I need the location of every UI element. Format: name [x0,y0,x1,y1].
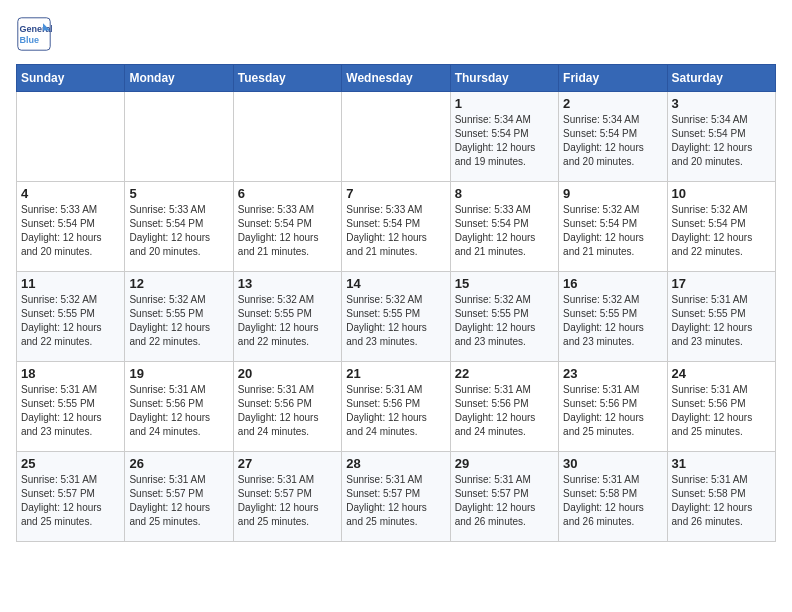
calendar-cell: 19Sunrise: 5:31 AM Sunset: 5:56 PM Dayli… [125,362,233,452]
day-number: 17 [672,276,771,291]
calendar-week-5: 25Sunrise: 5:31 AM Sunset: 5:57 PM Dayli… [17,452,776,542]
day-info: Sunrise: 5:31 AM Sunset: 5:56 PM Dayligh… [563,383,662,439]
calendar-cell: 13Sunrise: 5:32 AM Sunset: 5:55 PM Dayli… [233,272,341,362]
day-number: 20 [238,366,337,381]
day-number: 31 [672,456,771,471]
day-info: Sunrise: 5:32 AM Sunset: 5:55 PM Dayligh… [21,293,120,349]
calendar-cell: 23Sunrise: 5:31 AM Sunset: 5:56 PM Dayli… [559,362,667,452]
day-number: 4 [21,186,120,201]
day-info: Sunrise: 5:33 AM Sunset: 5:54 PM Dayligh… [455,203,554,259]
svg-text:Blue: Blue [20,35,40,45]
day-info: Sunrise: 5:33 AM Sunset: 5:54 PM Dayligh… [129,203,228,259]
day-number: 11 [21,276,120,291]
calendar-cell: 14Sunrise: 5:32 AM Sunset: 5:55 PM Dayli… [342,272,450,362]
calendar-cell: 12Sunrise: 5:32 AM Sunset: 5:55 PM Dayli… [125,272,233,362]
calendar-cell: 1Sunrise: 5:34 AM Sunset: 5:54 PM Daylig… [450,92,558,182]
day-number: 8 [455,186,554,201]
weekday-header-wednesday: Wednesday [342,65,450,92]
day-number: 7 [346,186,445,201]
calendar-cell [17,92,125,182]
day-number: 16 [563,276,662,291]
day-info: Sunrise: 5:31 AM Sunset: 5:57 PM Dayligh… [455,473,554,529]
weekday-header-row: SundayMondayTuesdayWednesdayThursdayFrid… [17,65,776,92]
day-info: Sunrise: 5:32 AM Sunset: 5:55 PM Dayligh… [238,293,337,349]
day-info: Sunrise: 5:31 AM Sunset: 5:56 PM Dayligh… [672,383,771,439]
day-number: 28 [346,456,445,471]
calendar-cell: 31Sunrise: 5:31 AM Sunset: 5:58 PM Dayli… [667,452,775,542]
day-number: 5 [129,186,228,201]
day-number: 23 [563,366,662,381]
calendar-week-4: 18Sunrise: 5:31 AM Sunset: 5:55 PM Dayli… [17,362,776,452]
header: General Blue [16,16,776,52]
calendar-cell [233,92,341,182]
day-info: Sunrise: 5:32 AM Sunset: 5:54 PM Dayligh… [672,203,771,259]
calendar-cell: 26Sunrise: 5:31 AM Sunset: 5:57 PM Dayli… [125,452,233,542]
day-number: 6 [238,186,337,201]
day-info: Sunrise: 5:33 AM Sunset: 5:54 PM Dayligh… [238,203,337,259]
calendar-cell: 3Sunrise: 5:34 AM Sunset: 5:54 PM Daylig… [667,92,775,182]
day-info: Sunrise: 5:34 AM Sunset: 5:54 PM Dayligh… [455,113,554,169]
day-number: 22 [455,366,554,381]
day-number: 10 [672,186,771,201]
day-info: Sunrise: 5:32 AM Sunset: 5:54 PM Dayligh… [563,203,662,259]
day-info: Sunrise: 5:33 AM Sunset: 5:54 PM Dayligh… [21,203,120,259]
day-info: Sunrise: 5:32 AM Sunset: 5:55 PM Dayligh… [129,293,228,349]
calendar-cell: 27Sunrise: 5:31 AM Sunset: 5:57 PM Dayli… [233,452,341,542]
day-info: Sunrise: 5:33 AM Sunset: 5:54 PM Dayligh… [346,203,445,259]
day-info: Sunrise: 5:31 AM Sunset: 5:57 PM Dayligh… [129,473,228,529]
weekday-header-monday: Monday [125,65,233,92]
day-info: Sunrise: 5:31 AM Sunset: 5:55 PM Dayligh… [21,383,120,439]
calendar-cell: 25Sunrise: 5:31 AM Sunset: 5:57 PM Dayli… [17,452,125,542]
day-info: Sunrise: 5:34 AM Sunset: 5:54 PM Dayligh… [672,113,771,169]
day-info: Sunrise: 5:31 AM Sunset: 5:56 PM Dayligh… [346,383,445,439]
day-number: 19 [129,366,228,381]
calendar-cell: 5Sunrise: 5:33 AM Sunset: 5:54 PM Daylig… [125,182,233,272]
weekday-header-thursday: Thursday [450,65,558,92]
day-number: 25 [21,456,120,471]
day-info: Sunrise: 5:32 AM Sunset: 5:55 PM Dayligh… [563,293,662,349]
calendar-cell: 11Sunrise: 5:32 AM Sunset: 5:55 PM Dayli… [17,272,125,362]
day-number: 26 [129,456,228,471]
calendar-cell: 30Sunrise: 5:31 AM Sunset: 5:58 PM Dayli… [559,452,667,542]
calendar-cell: 15Sunrise: 5:32 AM Sunset: 5:55 PM Dayli… [450,272,558,362]
day-info: Sunrise: 5:31 AM Sunset: 5:57 PM Dayligh… [346,473,445,529]
calendar-cell: 4Sunrise: 5:33 AM Sunset: 5:54 PM Daylig… [17,182,125,272]
day-info: Sunrise: 5:31 AM Sunset: 5:57 PM Dayligh… [21,473,120,529]
calendar-cell: 7Sunrise: 5:33 AM Sunset: 5:54 PM Daylig… [342,182,450,272]
day-number: 3 [672,96,771,111]
calendar-cell: 18Sunrise: 5:31 AM Sunset: 5:55 PM Dayli… [17,362,125,452]
weekday-header-saturday: Saturday [667,65,775,92]
calendar-cell: 2Sunrise: 5:34 AM Sunset: 5:54 PM Daylig… [559,92,667,182]
calendar-cell: 6Sunrise: 5:33 AM Sunset: 5:54 PM Daylig… [233,182,341,272]
day-number: 29 [455,456,554,471]
day-info: Sunrise: 5:32 AM Sunset: 5:55 PM Dayligh… [346,293,445,349]
weekday-header-tuesday: Tuesday [233,65,341,92]
calendar-body: 1Sunrise: 5:34 AM Sunset: 5:54 PM Daylig… [17,92,776,542]
calendar-cell: 28Sunrise: 5:31 AM Sunset: 5:57 PM Dayli… [342,452,450,542]
calendar-cell: 9Sunrise: 5:32 AM Sunset: 5:54 PM Daylig… [559,182,667,272]
logo-icon: General Blue [16,16,52,52]
day-number: 12 [129,276,228,291]
calendar-week-3: 11Sunrise: 5:32 AM Sunset: 5:55 PM Dayli… [17,272,776,362]
day-info: Sunrise: 5:31 AM Sunset: 5:58 PM Dayligh… [563,473,662,529]
calendar-header: SundayMondayTuesdayWednesdayThursdayFrid… [17,65,776,92]
day-info: Sunrise: 5:31 AM Sunset: 5:56 PM Dayligh… [129,383,228,439]
day-number: 24 [672,366,771,381]
day-info: Sunrise: 5:34 AM Sunset: 5:54 PM Dayligh… [563,113,662,169]
day-number: 27 [238,456,337,471]
calendar-cell [125,92,233,182]
day-info: Sunrise: 5:32 AM Sunset: 5:55 PM Dayligh… [455,293,554,349]
day-info: Sunrise: 5:31 AM Sunset: 5:55 PM Dayligh… [672,293,771,349]
day-info: Sunrise: 5:31 AM Sunset: 5:56 PM Dayligh… [455,383,554,439]
calendar-cell: 8Sunrise: 5:33 AM Sunset: 5:54 PM Daylig… [450,182,558,272]
calendar-week-1: 1Sunrise: 5:34 AM Sunset: 5:54 PM Daylig… [17,92,776,182]
calendar: SundayMondayTuesdayWednesdayThursdayFrid… [16,64,776,542]
day-number: 1 [455,96,554,111]
day-number: 21 [346,366,445,381]
day-number: 14 [346,276,445,291]
day-number: 9 [563,186,662,201]
day-number: 2 [563,96,662,111]
weekday-header-friday: Friday [559,65,667,92]
day-number: 30 [563,456,662,471]
day-info: Sunrise: 5:31 AM Sunset: 5:58 PM Dayligh… [672,473,771,529]
